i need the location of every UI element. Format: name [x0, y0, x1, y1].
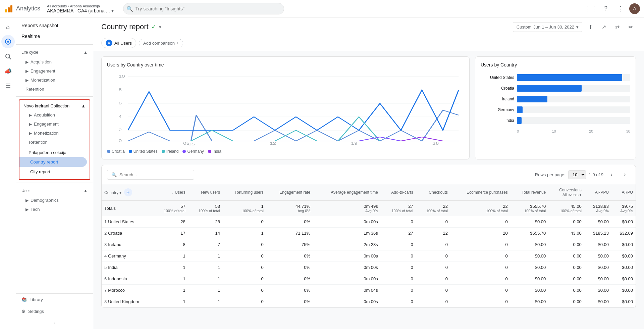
table-body: Totals 57100% of total 53100% of total 1… [102, 201, 636, 308]
svg-text:12: 12 [270, 141, 276, 145]
add-comparison-button[interactable]: Add comparison + [139, 39, 183, 47]
page-title: Country report [101, 22, 149, 31]
sidebar-item-tech[interactable]: ▶ Tech [16, 205, 93, 214]
bar-fill-india [517, 117, 522, 124]
cell-checkouts-5: 0 [416, 262, 450, 273]
prilagodena-section: – Prilagođena sekcija Country report Cit… [19, 147, 90, 178]
col-revenue[interactable]: Total revenue [511, 184, 548, 201]
table-row[interactable]: 2Croatia 17 14 1 71.11% 1m 36s 27 22 20 … [102, 228, 636, 239]
collection-label: Novo kreirani Collection [23, 103, 69, 108]
cell-arppu-3: $0.00 [584, 239, 611, 250]
col-country[interactable]: Country ▾ + [102, 184, 153, 201]
prev-page-button[interactable]: ‹ [606, 169, 617, 180]
compare-icon[interactable]: ⇄ [612, 21, 623, 32]
help-icon[interactable]: ? [600, 3, 612, 15]
search-input[interactable] [123, 3, 284, 14]
svg-text:4: 4 [118, 114, 122, 119]
add-column-button[interactable]: + [124, 188, 132, 196]
col-users[interactable]: ↓ Users [153, 184, 188, 201]
collection-acquisition[interactable]: ▶ Acquisition [19, 110, 90, 120]
edit-icon[interactable]: ✏ [625, 21, 636, 32]
col-add-to-carts[interactable]: Add-to-carts [381, 184, 416, 201]
avatar[interactable]: A [629, 3, 640, 14]
share-icon[interactable]: ↗ [598, 21, 609, 32]
cell-avg-time-5: 0m 00s [313, 262, 381, 273]
configure-nav-icon[interactable]: ☰ [1, 79, 15, 93]
next-page-button[interactable]: › [620, 169, 630, 180]
col-checkouts[interactable]: Checkouts [416, 184, 450, 201]
cell-checkouts-1: 0 [416, 216, 450, 228]
city-report-label: City report [30, 169, 50, 174]
page-title-row: Country report ✓ ▾ [101, 22, 161, 31]
table-search[interactable]: 🔍 [107, 170, 194, 180]
table-search-input[interactable] [119, 172, 190, 177]
collection-retention[interactable]: Retention [19, 138, 90, 147]
cell-returning-5: 0 [223, 262, 266, 273]
date-range-picker[interactable]: Custom Jun 1 – Jun 30, 2022 ▾ [513, 22, 582, 32]
totals-arppu: $138.93Avg 0% [584, 201, 611, 216]
cell-users-5: 1 [153, 262, 188, 273]
collection-monetization[interactable]: ▶ Monetization [19, 129, 90, 138]
col-new-users[interactable]: New users [188, 184, 223, 201]
svg-text:2: 2 [118, 128, 122, 132]
property-selector[interactable]: AKADEMIJA - GA4 (arbona-... ▾ [47, 8, 114, 13]
table-row[interactable]: 7Morocco 1 1 0 0% 0m 04s 0 0 0 $0.00 0.0… [102, 285, 636, 296]
user-section[interactable]: User ▲ [16, 186, 93, 196]
collection-engagement[interactable]: ▶ Engagement [19, 120, 90, 129]
topbar: Analytics All accounts › Arbona Akademij… [0, 0, 644, 17]
expand-icon: ▶ [25, 207, 29, 212]
sidebar-item-demographics[interactable]: ▶ Demographics [16, 196, 93, 205]
sidebar-item-country-report[interactable]: Country report [19, 157, 87, 167]
explore-nav-icon[interactable] [1, 50, 15, 63]
cell-users-7: 1 [153, 285, 188, 296]
sidebar-item-realtime[interactable]: Realtime [16, 31, 90, 42]
table-row[interactable]: 4Germany 1 1 0 0% 0m 00s 0 0 0 $0.00 0.0… [102, 250, 636, 262]
chevron-up-icon: ▲ [81, 103, 86, 108]
cell-avg-time-2: 1m 36s [313, 228, 381, 239]
all-users-chip[interactable]: A All Users [101, 38, 136, 48]
totals-engagement: 44.71%Avg 0% [266, 201, 313, 216]
col-ecommerce[interactable]: Ecommerce purchases [450, 184, 511, 201]
account-selector[interactable]: All accounts › Arbona Akademija AKADEMIJ… [47, 4, 114, 13]
table-row[interactable]: 1United States 28 28 0 0% 0m 00s 0 0 0 $… [102, 216, 636, 228]
demographics-label: Demographics [31, 198, 59, 203]
axis-20: 20 [589, 129, 593, 133]
sidebar-collapse-button[interactable]: ‹ [16, 317, 93, 329]
table-row[interactable]: 6Indonesia 1 1 0 0% 0m 00s 0 0 0 $0.00 0… [102, 273, 636, 285]
bar-label-india: India [481, 118, 514, 123]
all-users-chip-letter: A [106, 40, 112, 46]
col-engagement[interactable]: Engagement rate [266, 184, 313, 201]
line-chart-title: Users by Country over time [107, 62, 464, 67]
sidebar-item-library[interactable]: 📚 Library [16, 294, 93, 306]
sidebar-item-retention[interactable]: Retention [16, 85, 93, 94]
sidebar-item-settings[interactable]: ⚙ Settings [16, 306, 93, 317]
sidebar-item-reports-snapshot[interactable]: Reports snapshot [16, 20, 90, 31]
col-conversions[interactable]: ConversionsAll events ▾ [548, 184, 584, 201]
advertising-nav-icon[interactable]: 📣 [1, 64, 15, 78]
home-nav-icon[interactable]: ⌂ [1, 20, 15, 34]
reports-nav-icon[interactable] [1, 35, 15, 48]
col-avg-time[interactable]: Average engagement time [313, 184, 381, 201]
table-row[interactable]: 8United Kingdom 1 1 0 0% 0m 00s 0 0 0 $0… [102, 296, 636, 308]
rows-per-page-select[interactable]: 10 25 50 [568, 170, 586, 179]
export-icon[interactable]: ⬆ [585, 21, 596, 32]
sidebar: Reports snapshot Realtime Life cycle ▲ ▶… [16, 17, 93, 329]
sidebar-item-city-report[interactable]: City report [19, 167, 87, 177]
col-arpu[interactable]: ARPU [611, 184, 636, 201]
table-row[interactable]: 5India 1 1 0 0% 0m 00s 0 0 0 $0.00 0.00 … [102, 262, 636, 273]
sidebar-item-acquisition[interactable]: ▶ Acquisition [16, 57, 93, 66]
bar-fill-croatia [517, 85, 582, 92]
lifecycle-section[interactable]: Life cycle ▲ [16, 47, 93, 57]
apps-icon[interactable]: ⋮⋮ [585, 3, 597, 15]
prilagodena-header[interactable]: – Prilagođena sekcija [19, 148, 90, 157]
retention-label: Retention [25, 87, 44, 92]
col-arppu[interactable]: ARPPU [584, 184, 611, 201]
sidebar-item-monetization[interactable]: ▶ Monetization [16, 76, 93, 85]
all-users-label: All Users [114, 41, 132, 46]
sidebar-item-engagement[interactable]: ▶ Engagement [16, 66, 93, 76]
collection-header[interactable]: Novo kreirani Collection ▲ [19, 101, 90, 110]
more-vert-icon[interactable]: ⋮ [614, 3, 627, 15]
table-row[interactable]: 3Ireland 8 7 0 75% 2m 23s 0 0 0 $0.00 0.… [102, 239, 636, 250]
title-dropdown-icon[interactable]: ▾ [159, 25, 161, 30]
col-returning[interactable]: Returning users [223, 184, 266, 201]
